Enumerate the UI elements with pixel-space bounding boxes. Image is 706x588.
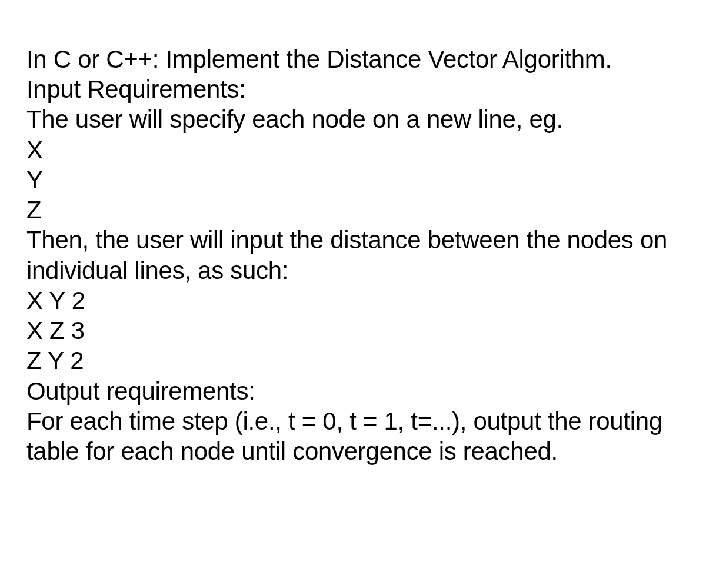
document-body: In C or C++: Implement the Distance Vect… <box>26 44 680 466</box>
text-line: For each time step (i.e., t = 0, t = 1, … <box>26 406 680 466</box>
text-line: In C or C++: Implement the Distance Vect… <box>26 44 680 74</box>
text-line: Then, the user will input the distance b… <box>26 225 680 285</box>
text-line: Input Requirements: <box>26 74 680 104</box>
text-line: Z <box>26 195 680 225</box>
text-line: Z Y 2 <box>26 346 680 376</box>
text-line: X Y 2 <box>26 285 680 315</box>
text-line: X <box>26 135 680 165</box>
text-line: The user will specify each node on a new… <box>26 104 680 134</box>
text-line: Y <box>26 165 680 195</box>
text-line: X Z 3 <box>26 315 680 346</box>
text-line: Output requirements: <box>26 376 680 406</box>
